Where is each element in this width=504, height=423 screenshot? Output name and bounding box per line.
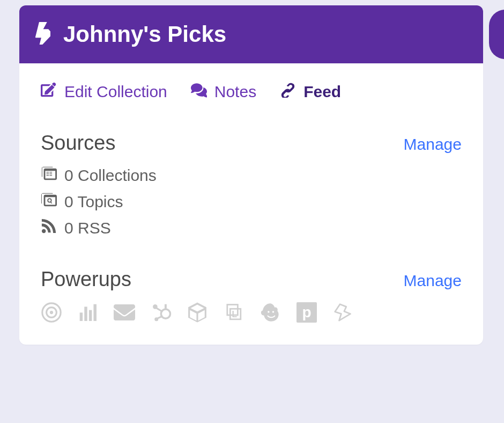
svg-text:L: L bbox=[232, 310, 237, 319]
p-square-icon[interactable]: p bbox=[296, 302, 317, 323]
source-topics-label: 0 Topics bbox=[64, 193, 123, 211]
card-header: Johnny's Picks bbox=[19, 5, 483, 63]
collections-icon bbox=[41, 165, 57, 185]
collection-card: Johnny's Picks Edit Collection Notes Fee… bbox=[19, 5, 483, 345]
svg-rect-2 bbox=[47, 173, 49, 174]
source-collections-label: 0 Collections bbox=[64, 166, 157, 185]
tab-feed[interactable]: Feed bbox=[280, 82, 341, 101]
svg-rect-3 bbox=[49, 173, 52, 174]
tab-notes-label: Notes bbox=[214, 83, 256, 101]
collection-title: Johnny's Picks bbox=[63, 21, 226, 47]
avatar-partial[interactable] bbox=[489, 10, 504, 59]
edit-icon bbox=[41, 82, 57, 101]
powerups-header-row: Powerups Manage bbox=[41, 268, 462, 291]
hubspot-icon[interactable] bbox=[150, 302, 172, 323]
stripe-icon[interactable] bbox=[332, 302, 354, 323]
target-icon[interactable] bbox=[41, 302, 62, 323]
sources-title: Sources bbox=[41, 132, 115, 155]
cube-icon[interactable] bbox=[187, 302, 208, 323]
envelope-icon[interactable] bbox=[114, 302, 135, 323]
powerups-manage-link[interactable]: Manage bbox=[404, 272, 462, 290]
source-rss: 0 RSS bbox=[41, 218, 462, 238]
svg-point-6 bbox=[48, 199, 51, 202]
link-icon bbox=[280, 82, 296, 101]
topics-icon bbox=[41, 192, 57, 212]
svg-rect-12 bbox=[84, 307, 87, 321]
tab-feed-label: Feed bbox=[303, 83, 341, 101]
rss-icon bbox=[41, 218, 57, 238]
svg-rect-1 bbox=[49, 172, 52, 172]
source-collections: 0 Collections bbox=[41, 165, 462, 185]
source-rss-label: 0 RSS bbox=[64, 219, 111, 237]
mailchimp-icon[interactable] bbox=[260, 302, 281, 323]
tab-edit-collection[interactable]: Edit Collection bbox=[41, 82, 167, 101]
svg-rect-4 bbox=[47, 175, 49, 176]
svg-point-10 bbox=[50, 311, 53, 314]
sources-manage-link[interactable]: Manage bbox=[404, 135, 462, 154]
svg-rect-13 bbox=[89, 310, 92, 321]
buffer-icon[interactable]: L bbox=[223, 302, 244, 323]
svg-rect-0 bbox=[47, 172, 49, 172]
tab-notes[interactable]: Notes bbox=[191, 82, 256, 101]
powerups-icon-row: L p bbox=[41, 302, 462, 323]
source-topics: 0 Topics bbox=[41, 192, 462, 212]
sources-header-row: Sources Manage bbox=[41, 132, 462, 155]
lightning-icon bbox=[34, 22, 63, 47]
svg-rect-14 bbox=[93, 304, 96, 321]
svg-rect-18 bbox=[165, 304, 167, 310]
tab-edit-label: Edit Collection bbox=[64, 83, 167, 101]
sources-list: 0 Collections 0 Topics 0 RSS bbox=[41, 165, 462, 238]
svg-rect-7 bbox=[50, 202, 53, 204]
tabs: Edit Collection Notes Feed bbox=[41, 82, 462, 101]
svg-line-20 bbox=[158, 316, 162, 318]
svg-rect-5 bbox=[49, 175, 52, 176]
powerups-title: Powerups bbox=[41, 268, 131, 291]
bars-icon[interactable] bbox=[77, 302, 99, 323]
comments-icon bbox=[191, 82, 207, 101]
svg-rect-11 bbox=[80, 312, 83, 321]
card-body: Edit Collection Notes Feed Sources Manag… bbox=[19, 63, 483, 345]
